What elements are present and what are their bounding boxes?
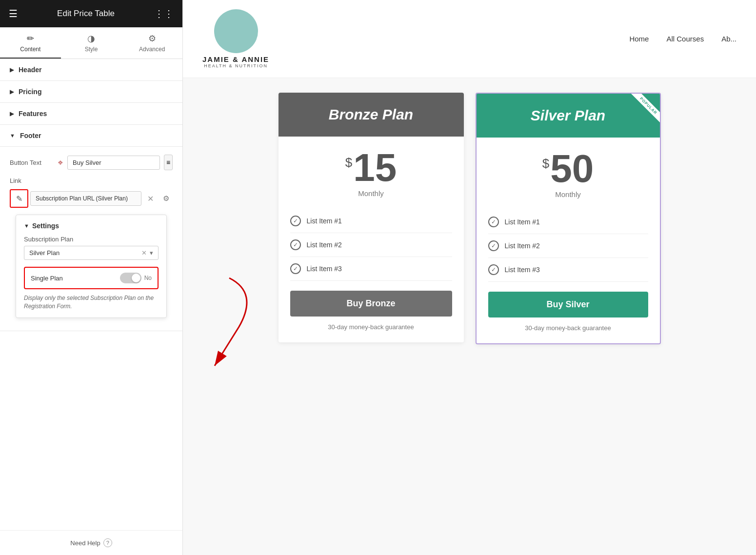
bronze-plan-card: Bronze Plan $ 15 Monthly ✓ List Item #1 xyxy=(279,93,464,342)
popular-badge: POPULAR xyxy=(629,94,659,123)
bronze-price-section: $ 15 Monthly xyxy=(290,148,452,198)
need-help[interactable]: Need Help ? xyxy=(0,530,182,555)
bronze-guarantee: 30-day money-back guarantee xyxy=(290,323,452,331)
link-clear-button[interactable]: ✕ xyxy=(143,192,157,205)
single-plan-row: Single Plan No xyxy=(24,267,159,289)
settings-description: Display only the selected Subscription P… xyxy=(24,294,159,311)
nav-links: Home All Courses Ab... xyxy=(629,35,736,43)
bronze-feature-2: List Item #2 xyxy=(307,241,342,249)
dynamic-tags-icon: ❖ xyxy=(58,159,63,166)
button-text-label: Button Text xyxy=(10,159,54,166)
nav-more[interactable]: Ab... xyxy=(721,35,736,43)
hamburger-icon[interactable]: ☰ xyxy=(9,8,18,20)
bronze-plan-header: Bronze Plan xyxy=(279,93,464,137)
nav-all-courses[interactable]: All Courses xyxy=(666,35,704,43)
sidebar-item-features[interactable]: ▶ Features xyxy=(0,103,182,125)
chevron-right-icon-3: ▶ xyxy=(10,111,14,117)
panel-tabs: ✏ Content ◑ Style ⚙ Advanced xyxy=(0,27,182,59)
silver-feature-list: ✓ List Item #1 ✓ List Item #2 ✓ List Ite… xyxy=(488,210,648,282)
subscription-plan-clear[interactable]: ✕ xyxy=(141,249,147,257)
link-settings-button[interactable]: ⚙ xyxy=(159,192,173,205)
list-item: ✓ List Item #2 xyxy=(290,233,452,257)
panel-header: ☰ Edit Price Table ⋮⋮ xyxy=(0,0,182,27)
pricing-area: Bronze Plan $ 15 Monthly ✓ List Item #1 xyxy=(183,78,756,555)
sidebar-item-pricing[interactable]: ▶ Pricing xyxy=(0,81,182,103)
bronze-period: Monthly xyxy=(290,189,452,198)
subscription-plan-select[interactable]: Silver Plan ✕ ▾ xyxy=(24,246,159,260)
align-icon[interactable]: ≡ xyxy=(164,155,173,170)
link-text-field[interactable] xyxy=(30,191,141,206)
subscription-plan-label: Subscription Plan xyxy=(24,236,159,243)
need-help-label: Need Help xyxy=(70,539,100,547)
subscription-plan-value: Silver Plan xyxy=(29,249,141,257)
footer-section-label: Footer xyxy=(20,132,41,139)
list-item: ✓ List Item #1 xyxy=(290,209,452,233)
chevron-right-icon: ▶ xyxy=(10,67,14,73)
button-text-input[interactable] xyxy=(67,156,160,170)
sidebar-item-footer[interactable]: ▼ Footer xyxy=(0,125,182,147)
list-item: ✓ List Item #3 xyxy=(488,258,648,282)
toggle-track[interactable] xyxy=(120,273,141,283)
tab-content-label: Content xyxy=(20,46,40,53)
help-icon[interactable]: ? xyxy=(103,538,112,547)
pricing-section-label: Pricing xyxy=(19,88,41,96)
bronze-plan-body: $ 15 Monthly ✓ List Item #1 ✓ List Item … xyxy=(279,137,464,342)
list-item: ✓ List Item #1 xyxy=(488,210,648,234)
tab-style[interactable]: ◑ Style xyxy=(61,27,122,59)
check-icon: ✓ xyxy=(290,239,301,250)
tab-style-label: Style xyxy=(85,46,98,53)
silver-price-amount: $ 50 xyxy=(488,149,648,188)
bronze-cta-button[interactable]: Buy Bronze xyxy=(290,291,452,317)
link-input-row: ✎ ✕ ⚙ xyxy=(10,189,173,208)
silver-feature-3: List Item #3 xyxy=(505,266,540,274)
toggle-thumb xyxy=(132,274,140,282)
popular-ribbon: POPULAR xyxy=(621,94,660,133)
features-section-label: Features xyxy=(19,110,47,118)
bronze-feature-3: List Item #3 xyxy=(307,265,342,273)
logo-sub: HEALTH & NUTRITION xyxy=(202,63,269,68)
bronze-price-amount: $ 15 xyxy=(290,148,452,187)
silver-feature-2: List Item #2 xyxy=(505,242,540,250)
silver-plan-card: Silver Plan POPULAR $ 50 Monthly ✓ List xyxy=(476,93,661,344)
list-item: ✓ List Item #3 xyxy=(290,257,452,281)
check-icon: ✓ xyxy=(290,216,301,226)
bronze-feature-1: List Item #1 xyxy=(307,217,342,225)
site-logo: JAMIE & ANNIE HEALTH & NUTRITION xyxy=(202,9,269,68)
left-panel: ☰ Edit Price Table ⋮⋮ ✏ Content ◑ Style … xyxy=(0,0,183,555)
link-label: Link xyxy=(10,177,21,184)
link-edit-button[interactable]: ✎ xyxy=(10,189,28,208)
sidebar-item-header[interactable]: ▶ Header xyxy=(0,59,182,81)
settings-title: ▼ Settings xyxy=(24,222,159,230)
check-icon: ✓ xyxy=(488,264,499,275)
nav-home[interactable]: Home xyxy=(629,35,649,43)
silver-price-section: $ 50 Monthly xyxy=(488,149,648,198)
tab-advanced[interactable]: ⚙ Advanced xyxy=(121,27,182,59)
silver-currency: $ xyxy=(542,156,549,171)
check-icon: ✓ xyxy=(488,217,499,227)
bronze-currency: $ xyxy=(345,155,352,170)
silver-price: 50 xyxy=(550,149,594,188)
tab-advanced-label: Advanced xyxy=(139,46,165,53)
chevron-right-icon-2: ▶ xyxy=(10,89,14,95)
list-item: ✓ List Item #2 xyxy=(488,234,648,258)
silver-feature-1: List Item #1 xyxy=(505,218,540,226)
tab-content[interactable]: ✏ Content xyxy=(0,27,61,59)
bronze-feature-list: ✓ List Item #1 ✓ List Item #2 ✓ List Ite… xyxy=(290,209,452,281)
chevron-down-icon: ▼ xyxy=(10,133,15,139)
silver-guarantee: 30-day money-back guarantee xyxy=(488,324,648,332)
header-section-label: Header xyxy=(19,66,41,74)
button-text-row: Button Text ❖ ≡ xyxy=(10,155,173,170)
link-row: Link xyxy=(10,177,173,184)
settings-arrow-icon: ▼ xyxy=(24,223,29,229)
silver-plan-body: $ 50 Monthly ✓ List Item #1 ✓ List Item … xyxy=(477,138,660,343)
silver-cta-button[interactable]: Buy Silver xyxy=(488,292,648,317)
style-tab-icon: ◑ xyxy=(87,33,95,44)
logo-circle xyxy=(214,9,258,53)
single-plan-toggle[interactable]: No xyxy=(120,273,152,283)
panel-body: ▶ Header ▶ Pricing ▶ Features ▼ Footer B… xyxy=(0,59,182,530)
grid-icon[interactable]: ⋮⋮ xyxy=(154,8,174,20)
advanced-tab-icon: ⚙ xyxy=(148,33,156,44)
site-nav: JAMIE & ANNIE HEALTH & NUTRITION Home Al… xyxy=(183,0,756,78)
settings-dropdown: ▼ Settings Subscription Plan Silver Plan… xyxy=(16,215,167,318)
content-tab-icon: ✏ xyxy=(27,33,34,44)
